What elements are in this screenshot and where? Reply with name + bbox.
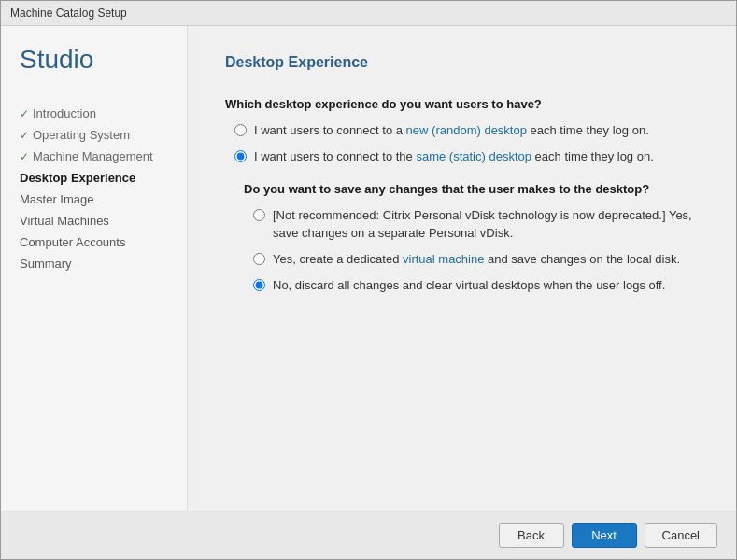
next-button[interactable]: Next (572, 523, 637, 548)
option2-highlight: same (static) desktop (416, 149, 531, 163)
sidebar-item-label: Desktop Experience (20, 171, 135, 185)
sub-radio-option-discard: No, discard all changes and clear virtua… (244, 277, 699, 294)
sidebar-item-label: Machine Management (33, 149, 153, 163)
back-button[interactable]: Back (499, 523, 564, 548)
sidebar-item-master-image[interactable]: Master Image (20, 189, 187, 210)
title-bar: Machine Catalog Setup (1, 1, 736, 26)
sidebar-item-operating-system[interactable]: ✓ Operating System (20, 124, 187, 146)
sidebar-item-computer-accounts[interactable]: Computer Accounts (20, 231, 187, 253)
cancel-button[interactable]: Cancel (645, 523, 717, 548)
sidebar: Studio ✓ Introduction ✓ Operating System… (1, 26, 188, 511)
discard-radio[interactable] (253, 279, 265, 291)
sidebar-item-label: Virtual Machines (20, 214, 109, 228)
option2-text: I want users to connect to the (254, 149, 416, 163)
sub-option3-text: No, discard all changes and clear virtua… (273, 278, 665, 292)
sidebar-item-desktop-experience[interactable]: Desktop Experience (20, 167, 187, 189)
sidebar-item-machine-management[interactable]: ✓ Machine Management (20, 146, 187, 167)
sidebar-item-label: Master Image (20, 192, 93, 206)
radio-option-static: I want users to connect to the same (sta… (225, 148, 699, 165)
sidebar-item-label: Computer Accounts (20, 235, 125, 249)
sub-option2-text: Yes, create a dedicated (273, 252, 403, 266)
random-desktop-label[interactable]: I want users to connect to a new (random… (254, 122, 649, 139)
footer: Back Next Cancel (1, 511, 736, 559)
option1-highlight: new (random) desktop (406, 123, 527, 137)
sidebar-item-summary[interactable]: Summary (20, 253, 187, 274)
sidebar-item-label: Summary (20, 257, 72, 271)
sub-option2-highlight: virtual machine (403, 252, 484, 266)
discard-label[interactable]: No, discard all changes and clear virtua… (273, 277, 665, 294)
sidebar-item-introduction[interactable]: ✓ Introduction (20, 103, 187, 124)
sidebar-title: Studio (20, 45, 187, 75)
sub-option1-text: [Not recommended: Citrix Personal vDisk … (273, 208, 692, 239)
option2-suffix: each time they log on. (531, 149, 654, 163)
vm-label[interactable]: Yes, create a dedicated virtual machine … (273, 251, 680, 268)
check-icon: ✓ (20, 107, 29, 120)
static-desktop-label[interactable]: I want users to connect to the same (sta… (254, 148, 654, 165)
question2: Do you want to save any changes that the… (244, 182, 699, 196)
content-area: Studio ✓ Introduction ✓ Operating System… (1, 26, 736, 511)
sub-radio-option-vdisk: [Not recommended: Citrix Personal vDisk … (244, 207, 699, 241)
random-desktop-radio[interactable] (234, 124, 247, 136)
main-panel: Desktop Experience Which desktop experie… (188, 26, 736, 511)
option1-text: I want users to connect to a (254, 123, 406, 137)
window: Machine Catalog Setup Studio ✓ Introduct… (0, 0, 737, 560)
sub-section: Do you want to save any changes that the… (244, 182, 699, 294)
check-icon: ✓ (20, 150, 29, 163)
window-title: Machine Catalog Setup (10, 7, 127, 20)
sub-option2-suffix: and save changes on the local disk. (484, 252, 680, 266)
sidebar-item-label: Introduction (33, 106, 96, 120)
vdisk-radio[interactable] (253, 209, 265, 221)
question1: Which desktop experience do you want use… (225, 97, 699, 111)
sidebar-item-virtual-machines[interactable]: Virtual Machines (20, 210, 187, 231)
panel-title: Desktop Experience (225, 54, 699, 78)
sub-radio-option-vm: Yes, create a dedicated virtual machine … (244, 251, 699, 268)
sidebar-item-label: Operating System (33, 128, 130, 142)
vdisk-label[interactable]: [Not recommended: Citrix Personal vDisk … (273, 207, 699, 241)
check-icon: ✓ (20, 129, 29, 142)
static-desktop-radio[interactable] (234, 150, 247, 162)
option1-suffix: each time they log on. (527, 123, 649, 137)
radio-option-random: I want users to connect to a new (random… (225, 122, 699, 139)
vm-radio[interactable] (253, 253, 265, 265)
